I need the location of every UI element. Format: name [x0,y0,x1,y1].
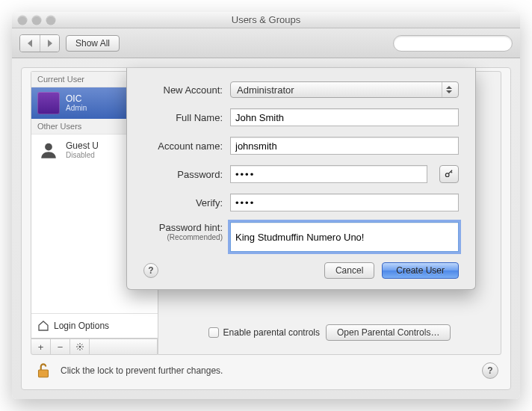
label-new-account: New Account: [143,84,223,96]
show-all-button[interactable]: Show All [66,35,120,52]
login-options-row[interactable]: Login Options [31,313,158,338]
label-password-hint: Password hint: (Recommended) [143,222,223,241]
user-role: Disabled [66,151,99,160]
label-verify: Verify: [143,197,223,208]
svg-line-9 [81,348,83,350]
svg-point-13 [445,173,449,177]
label-account-name: Account name: [143,140,223,152]
svg-point-3 [78,346,81,348]
window-body: Current User OIC Admin Other Users [12,58,520,399]
lock-row: Click the lock to prevent further change… [31,355,501,380]
popup-arrows-icon [442,82,455,97]
sheet-help-button[interactable]: ? [143,263,158,278]
lock-open-icon[interactable] [34,361,53,380]
action-menu-button[interactable] [70,339,90,354]
sidebar-bottom-bar: + − [31,339,158,355]
parental-controls-checkbox[interactable]: Enable parental controls [208,327,320,338]
account-type-value: Administrator [237,84,294,96]
open-parental-controls-button[interactable]: Open Parental Controls… [326,324,451,341]
user-silhouette-icon [37,139,60,161]
new-user-sheet: New Account: Administrator Full Name: Ac… [126,68,476,290]
password-hint-field[interactable] [230,222,459,252]
main-panel: Current User OIC Admin Other Users [21,67,511,390]
back-button[interactable] [20,35,40,52]
nav-buttons [19,34,60,52]
verify-password-field[interactable] [230,194,459,211]
avatar [37,92,60,114]
gear-icon [75,342,84,351]
svg-line-11 [81,344,83,346]
account-name-field[interactable] [230,137,459,155]
window-title: Users & Groups [12,14,520,25]
user-name: Guest U [66,140,99,151]
label-password: Password: [143,169,223,180]
preferences-window: Users & Groups Show All Current User [12,12,520,399]
house-icon [37,320,49,332]
remove-user-button[interactable]: − [51,339,70,354]
titlebar: Users & Groups [12,12,520,28]
search-input[interactable] [403,38,515,49]
svg-point-2 [45,143,52,151]
checkbox-icon [208,327,219,338]
svg-rect-12 [39,370,49,377]
full-name-field[interactable] [230,108,459,126]
search-field[interactable] [393,35,513,52]
user-name: OIC [66,93,87,104]
create-user-button[interactable]: Create User [382,262,459,279]
chevron-left-icon [28,40,32,47]
cancel-button[interactable]: Cancel [324,262,374,279]
svg-line-8 [77,344,78,346]
user-role: Admin [66,104,87,113]
help-button[interactable]: ? [482,362,498,379]
login-options-label: Login Options [54,321,109,331]
password-assistant-button[interactable] [439,165,459,183]
chevron-right-icon [48,40,52,47]
password-field[interactable] [230,165,427,183]
key-icon [444,169,454,179]
label-full-name: Full Name: [143,112,223,123]
parental-checkbox-label: Enable parental controls [223,327,320,338]
toolbar: Show All [12,28,520,58]
svg-line-10 [77,348,78,350]
forward-button[interactable] [40,35,59,52]
lock-text: Click the lock to prevent further change… [61,365,223,376]
add-user-button[interactable]: + [31,339,51,354]
account-type-popup[interactable]: Administrator [230,81,459,98]
